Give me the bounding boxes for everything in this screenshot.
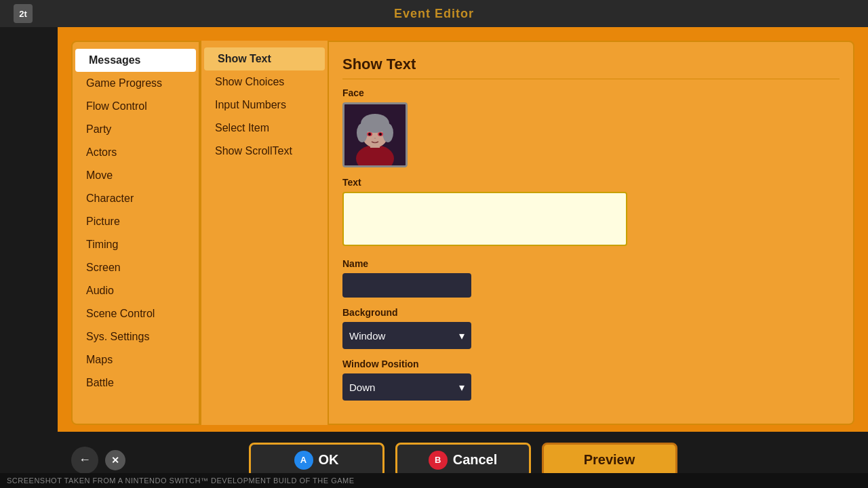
sidebar-item-audio[interactable]: Audio	[73, 279, 199, 302]
submenu-item-show-scrolltext[interactable]: Show ScrollText	[201, 140, 328, 163]
detail-title: Show Text	[342, 56, 840, 79]
submenu-item-select-item[interactable]: Select Item	[201, 117, 328, 140]
b-button-icon: B	[429, 451, 448, 470]
a-button-icon: A	[294, 451, 313, 470]
sidebar-item-actors[interactable]: Actors	[73, 141, 199, 164]
text-input[interactable]	[342, 192, 627, 246]
sidebar-item-move[interactable]: Move	[73, 164, 199, 187]
top-bar: 2t Event Editor	[0, 0, 868, 27]
app-icon: 2t	[14, 4, 33, 23]
sidebar-item-battle[interactable]: Battle	[73, 371, 199, 394]
preview-button[interactable]: Preview	[542, 443, 677, 478]
sidebar-item-flow-control[interactable]: Flow Control	[73, 95, 199, 118]
preview-label: Preview	[584, 452, 635, 468]
detail-panel: Show Text Face	[329, 41, 854, 425]
window-position-value: Down	[349, 382, 375, 393]
sidebar-item-scene-control[interactable]: Scene Control	[73, 302, 199, 325]
ok-label: OK	[319, 452, 339, 468]
sidebar-item-game-progress[interactable]: Game Progress	[73, 72, 199, 95]
sidebar-item-sys-settings[interactable]: Sys. Settings	[73, 325, 199, 348]
submenu-item-show-text[interactable]: Show Text	[204, 47, 325, 70]
face-avatar[interactable]	[342, 102, 408, 167]
sidebar-item-timing[interactable]: Timing	[73, 233, 199, 256]
sidebar-item-party[interactable]: Party	[73, 118, 199, 141]
ok-button[interactable]: A OK	[249, 443, 384, 478]
face-label: Face	[342, 87, 840, 98]
sidebar-item-maps[interactable]: Maps	[73, 348, 199, 371]
svg-point-5	[357, 123, 368, 142]
window-position-select[interactable]: Down ▾	[342, 373, 471, 401]
sidebar-item-screen[interactable]: Screen	[73, 256, 199, 279]
close-hint-icon: ✕	[105, 450, 125, 470]
cancel-button[interactable]: B Cancel	[395, 443, 531, 478]
background-value: Window	[349, 330, 385, 342]
sidebar-item-character[interactable]: Character	[73, 187, 199, 210]
footer-text: SCREENSHOT TAKEN FROM A NINTENDO SWITCH™…	[0, 473, 868, 488]
sidebar-item-messages[interactable]: Messages	[75, 49, 196, 72]
window-position-label: Window Position	[342, 359, 840, 369]
window-position-chevron-icon: ▾	[459, 381, 465, 394]
app-title: Event Editor	[394, 7, 474, 21]
cancel-label: Cancel	[453, 452, 498, 468]
character-portrait-svg	[344, 104, 406, 165]
svg-point-11	[374, 138, 376, 139]
sidebar-item-picture[interactable]: Picture	[73, 210, 199, 233]
editor-panels: Messages Game Progress Flow Control Part…	[58, 27, 868, 432]
background-label: Background	[342, 307, 840, 318]
face-avatar-image	[344, 104, 406, 165]
svg-point-9	[368, 133, 371, 136]
background-select[interactable]: Window ▾	[342, 322, 471, 349]
name-input[interactable]	[342, 273, 471, 298]
svg-point-10	[379, 133, 382, 136]
submenu-item-show-choices[interactable]: Show Choices	[201, 70, 328, 94]
main-area: Messages Game Progress Flow Control Part…	[58, 27, 868, 488]
category-panel: Messages Game Progress Flow Control Part…	[71, 41, 200, 425]
submenu-panel: Show Text Show Choices Input Numbers Sel…	[200, 41, 329, 425]
back-button[interactable]: ←	[71, 447, 98, 474]
left-strip	[0, 0, 58, 488]
text-label: Text	[342, 177, 840, 188]
submenu-item-input-numbers[interactable]: Input Numbers	[201, 94, 328, 117]
background-chevron-icon: ▾	[459, 329, 465, 342]
svg-point-6	[382, 123, 393, 142]
name-label: Name	[342, 258, 840, 269]
